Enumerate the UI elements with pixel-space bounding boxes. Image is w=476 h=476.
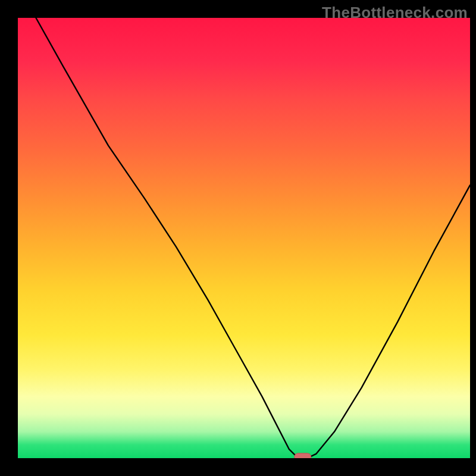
optimal-marker	[295, 453, 311, 458]
chart-frame: TheBottleneck.com	[0, 0, 476, 476]
plot-area	[18, 18, 470, 458]
bottleneck-curve	[18, 18, 470, 458]
watermark-text: TheBottleneck.com	[322, 4, 468, 22]
curve-path	[36, 18, 470, 458]
